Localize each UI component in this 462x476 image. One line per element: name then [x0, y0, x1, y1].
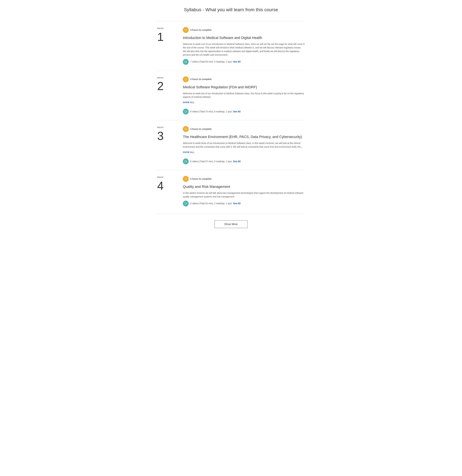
week-content: 2 hours to completeQuality and Risk Mana… — [183, 176, 305, 206]
week-label-text: WEEK — [157, 176, 180, 179]
week-label-col: WEEK3 — [157, 126, 183, 164]
week-content: 4 hours to completeThe Healthcare Enviro… — [183, 126, 305, 164]
hours-text: 3 hours to complete — [190, 77, 212, 81]
page-container: Syllabus - What you will learn from this… — [148, 0, 314, 241]
week-number: 2 — [157, 80, 180, 92]
week-label-col: WEEK2 — [157, 76, 183, 115]
week-label-col: WEEK1 — [157, 27, 183, 65]
week-description: Welcome to week three of our introductio… — [183, 141, 305, 149]
week-number: 4 — [157, 180, 180, 192]
videos-text: 6 videos (Total 52 min), 2 readings, 1 q… — [190, 202, 240, 205]
week-description: Welcome to week one of our Introduction … — [183, 42, 305, 57]
videos-text: 7 videos (Total 63 min), 5 readings, 1 q… — [190, 60, 240, 63]
week-section: WEEK2 3 hours to completeMedical Softwar… — [157, 70, 305, 120]
videos-row: 6 videos (Total 57 min), 5 readings, 1 q… — [183, 159, 305, 164]
svg-rect-7 — [185, 203, 186, 204]
page-title: Syllabus - What you will learn from this… — [157, 6, 305, 13]
week-description: Welcome to week two of our introduction … — [183, 92, 305, 99]
week-label-text: WEEK — [157, 126, 180, 129]
hours-row: 3 hours to complete — [183, 76, 305, 82]
clock-icon — [183, 126, 189, 132]
week-description: In this week's lectures we will talk abo… — [183, 191, 305, 198]
show-more-button[interactable]: Show More — [215, 220, 247, 228]
week-section: WEEK3 4 hours to completeThe Healthcare … — [157, 120, 305, 170]
clock-icon — [183, 176, 189, 182]
week-section: WEEK4 2 hours to completeQuality and Ris… — [157, 170, 305, 212]
weeks-container: WEEK1 3 hours to completeIntroduction to… — [157, 21, 305, 212]
clock-icon — [183, 27, 189, 33]
week-label-col: WEEK4 — [157, 176, 183, 206]
video-icon — [183, 109, 189, 114]
video-icon — [183, 159, 189, 164]
svg-rect-1 — [185, 61, 186, 63]
week-title: The Healthcare Environment (EHR, PACS, D… — [183, 134, 305, 139]
see-all-link[interactable]: See All — [233, 160, 240, 163]
week-number: 1 — [157, 31, 180, 43]
week-title: Introduction to Medical Software and Dig… — [183, 35, 305, 40]
svg-rect-3 — [185, 111, 186, 112]
clock-icon — [183, 76, 189, 82]
week-section: WEEK1 3 hours to completeIntroduction to… — [157, 21, 305, 70]
hours-text: 4 hours to complete — [190, 128, 212, 131]
week-title: Quality and Risk Management — [183, 184, 305, 189]
week-content: 3 hours to completeMedical Software Regu… — [183, 76, 305, 115]
svg-rect-5 — [185, 161, 186, 162]
show-more-row: Show More — [157, 214, 305, 231]
videos-row: 6 videos (Total 70 min), 6 readings, 1 q… — [183, 109, 305, 114]
show-all-link[interactable]: SHOW ALL — [183, 101, 194, 104]
videos-text: 6 videos (Total 57 min), 5 readings, 1 q… — [190, 160, 240, 163]
video-icon — [183, 201, 189, 206]
hours-row: 4 hours to complete — [183, 126, 305, 132]
see-all-link[interactable]: See All — [233, 60, 240, 63]
week-content: 3 hours to completeIntroduction to Medic… — [183, 27, 305, 65]
hours-text: 3 hours to complete — [190, 28, 212, 32]
week-number: 3 — [157, 130, 180, 142]
week-label-text: WEEK — [157, 27, 180, 30]
see-all-link[interactable]: See All — [233, 202, 240, 205]
see-all-link[interactable]: See All — [233, 110, 240, 113]
hours-text: 2 hours to complete — [190, 177, 212, 181]
week-label-text: WEEK — [157, 76, 180, 79]
hours-row: 3 hours to complete — [183, 27, 305, 33]
videos-row: 7 videos (Total 63 min), 5 readings, 1 q… — [183, 59, 305, 65]
videos-text: 6 videos (Total 70 min), 6 readings, 1 q… — [190, 110, 240, 113]
hours-row: 2 hours to complete — [183, 176, 305, 182]
videos-row: 6 videos (Total 52 min), 2 readings, 1 q… — [183, 201, 305, 206]
show-all-link[interactable]: SHOW ALL — [183, 151, 194, 154]
week-title: Medical Software Regulation (FDA and IMD… — [183, 85, 305, 90]
video-icon — [183, 59, 189, 65]
